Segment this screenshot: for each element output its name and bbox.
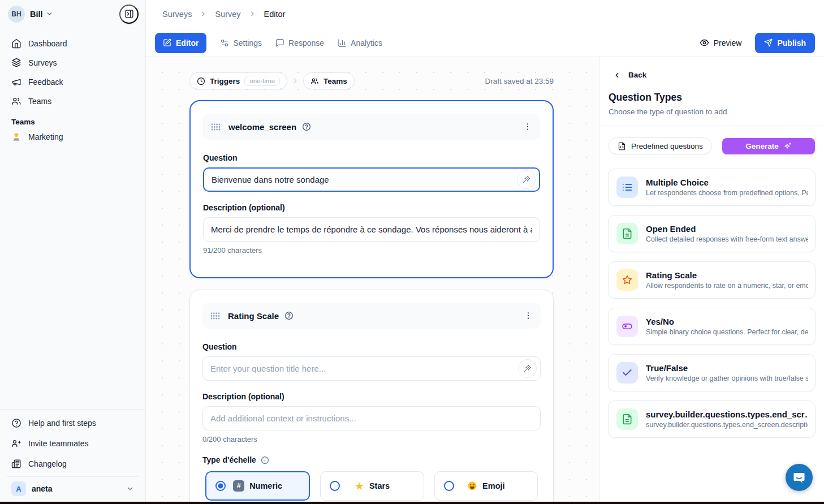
sidebar-item-label: Teams <box>28 97 51 106</box>
tab-analytics[interactable]: Analytics <box>338 38 382 48</box>
wand-sparkles-icon <box>523 364 532 373</box>
predefined-label: Predefined questions <box>631 142 703 150</box>
org-switcher[interactable]: A aneta <box>7 476 139 501</box>
avatar: BH <box>8 6 25 23</box>
question-type-name: Yes/No <box>646 317 808 326</box>
newspaper-icon <box>11 459 21 469</box>
question-card-header[interactable]: welcome_screen <box>203 114 540 140</box>
question-type-description: survey.builder.questions.types.end_scree… <box>646 421 808 429</box>
breadcrumb-editor: Editor <box>264 10 286 19</box>
question-type-name: True/False <box>646 363 808 373</box>
question-type-rating-scale[interactable]: Rating Scale Allow respondents to rate o… <box>608 261 816 299</box>
char-count: 0/200 characters <box>202 435 541 443</box>
tab-settings[interactable]: Settings <box>220 38 262 48</box>
scale-option-stars[interactable]: ★ Stars <box>320 471 424 501</box>
question-card-welcome-screen[interactable]: welcome_screen Question Description (opt… <box>189 100 554 278</box>
sidebar-item-changelog[interactable]: Changelog <box>7 454 139 474</box>
generate-button[interactable]: Generate <box>722 138 815 154</box>
breadcrumb-survey[interactable]: Survey <box>215 10 240 19</box>
question-type-open-ended[interactable]: Open Ended Collect detailed responses wi… <box>608 215 816 252</box>
send-icon <box>764 38 773 47</box>
description-label: Description (optional) <box>203 203 540 212</box>
file-icon <box>618 142 626 150</box>
tab-label: Settings <box>233 38 262 48</box>
radio-icon <box>444 481 454 491</box>
ellipsis-menu-icon[interactable] <box>524 311 533 320</box>
tab-label: Editor <box>176 38 199 48</box>
users-icon <box>11 96 21 106</box>
tab-response[interactable]: Response <box>275 38 324 48</box>
publish-label: Publish <box>777 38 806 48</box>
question-type-true-false[interactable]: True/False Verify knowledge or gather op… <box>608 354 816 391</box>
hash-keycap-icon: # <box>233 480 244 492</box>
chevron-right-icon <box>200 10 207 18</box>
sidebar-item-dashboard[interactable]: Dashboard <box>7 34 139 53</box>
chevron-right-icon <box>249 10 256 18</box>
magic-wand-button[interactable] <box>517 170 536 189</box>
radio-icon <box>215 481 226 491</box>
sidebar-item-help[interactable]: Help and first steps <box>7 413 139 433</box>
sidebar-item-teams[interactable]: Teams <box>7 92 139 111</box>
scale-option-numeric[interactable]: # Numeric <box>205 471 310 501</box>
drag-handle-icon[interactable] <box>211 123 221 131</box>
sidebar-item-label: Surveys <box>28 58 57 67</box>
users-icon <box>310 77 319 85</box>
org-avatar: A <box>11 481 26 496</box>
breadcrumb-surveys[interactable]: Surveys <box>162 10 192 19</box>
layers-icon <box>11 58 21 68</box>
question-title-input[interactable] <box>212 175 517 184</box>
question-types-panel: Back Question Types Choose the type of q… <box>599 57 824 504</box>
breadcrumb: Surveys Survey Editor <box>146 0 824 28</box>
description-label: Description (optional) <box>202 392 541 401</box>
back-button[interactable]: Back <box>613 71 646 79</box>
check-icon <box>616 362 638 384</box>
magic-wand-button[interactable] <box>518 359 537 378</box>
publish-button[interactable]: Publish <box>755 33 815 53</box>
panel-toggle-icon <box>124 9 134 19</box>
question-type-description: Allow respondents to rate on a numeric, … <box>646 282 808 290</box>
ellipsis-menu-icon[interactable] <box>523 122 532 131</box>
preview-button[interactable]: Preview <box>700 38 742 48</box>
question-type-description: Collect detailed responses with free-for… <box>646 235 808 243</box>
help-circle-icon[interactable] <box>302 122 311 131</box>
sidebar-item-invite[interactable]: Invite teammates <box>7 433 139 454</box>
preview-label: Preview <box>714 38 742 48</box>
workspace-switcher[interactable]: BH Bill <box>0 0 145 28</box>
chat-bubble-icon <box>792 471 806 484</box>
question-type-yes-no[interactable]: Yes/No Simple binary choice questions. P… <box>608 308 816 345</box>
tab-label: Analytics <box>351 38 382 48</box>
question-card-title: welcome_screen <box>228 122 296 132</box>
question-card-header[interactable]: Rating Scale <box>202 303 541 329</box>
drag-handle-icon[interactable] <box>210 312 220 320</box>
predefined-questions-button[interactable]: Predefined questions <box>609 137 712 154</box>
sidebar-item-surveys[interactable]: Surveys <box>7 53 139 72</box>
sidebar-item-label: Changelog <box>28 459 67 468</box>
sidebar-item-feedback[interactable]: Feedback <box>7 72 139 92</box>
chevron-right-icon <box>291 77 299 85</box>
question-card-rating-scale[interactable]: Rating Scale Question Description (optio… <box>189 290 554 504</box>
technologist-emoji-icon <box>11 132 21 142</box>
smiley-emoji-icon <box>467 481 477 491</box>
question-type-end-screen[interactable]: survey.builder.questions.types.end_scr… … <box>608 400 816 438</box>
bar-chart-icon <box>338 38 347 48</box>
description-input[interactable] <box>210 413 533 423</box>
sidebar-toggle-button[interactable] <box>119 5 139 24</box>
megaphone-icon <box>11 77 21 87</box>
question-type-name: Rating Scale <box>646 270 808 280</box>
chat-launcher-button[interactable] <box>786 464 813 491</box>
triggers-pill[interactable]: Triggers one-time <box>189 72 287 89</box>
question-type-name: Multiple Choice <box>646 178 808 187</box>
scale-option-emoji[interactable]: Emoji <box>434 471 538 501</box>
info-icon[interactable] <box>261 456 269 464</box>
star-emoji-icon: ★ <box>355 481 364 492</box>
sliders-icon <box>220 38 229 48</box>
help-circle-icon[interactable] <box>284 311 294 320</box>
teams-pill[interactable]: Teams <box>303 72 355 89</box>
scale-option-label: Emoji <box>482 481 504 490</box>
clock-icon <box>197 77 205 85</box>
tab-editor[interactable]: Editor <box>155 33 206 53</box>
sidebar-item-marketing[interactable]: Marketing <box>7 127 139 147</box>
question-title-input[interactable] <box>210 364 518 373</box>
description-input[interactable] <box>211 225 532 234</box>
question-type-multiple-choice[interactable]: Multiple Choice Let respondents choose f… <box>608 169 816 206</box>
